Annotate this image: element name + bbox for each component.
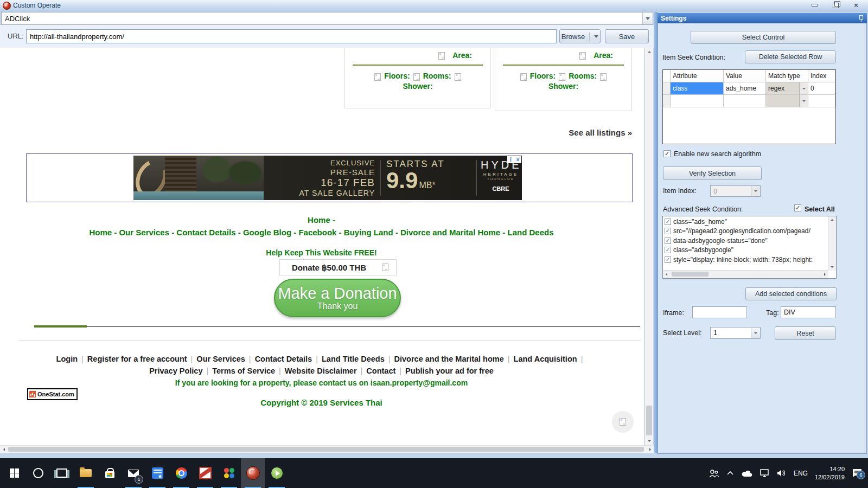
volume-icon[interactable] [777,469,787,477]
see-all-listings-link[interactable]: See all listings » [488,128,632,137]
mail-button[interactable]: 1 [122,458,145,488]
value-cell[interactable]: ads_home [724,82,766,94]
row-selector[interactable] [663,82,671,94]
save-button[interactable]: Save [605,29,649,43]
footer-link[interactable]: Privacy Policy [149,367,202,375]
listbox-hscroll-thumb[interactable] [672,272,709,277]
people-icon[interactable] [709,469,719,478]
scroll-down-icon[interactable] [828,264,836,271]
footer-link[interactable]: Contact [366,367,395,375]
listing-card[interactable]: currencies Area: Floors:Rooms: Shower: [344,48,491,108]
store-button[interactable] [98,458,122,488]
verify-selection-button[interactable]: Verify Selection [663,166,762,180]
chrome-button[interactable] [169,458,193,488]
attribute-cell[interactable]: class [671,82,724,94]
reset-button[interactable]: Reset [775,326,836,340]
add-selected-conditions-button[interactable]: Add selected conditions [745,287,837,300]
scroll-up-icon[interactable] [828,216,836,223]
footer-link[interactable]: Our Services [196,355,245,363]
footer-link[interactable]: Land Title Deeds [322,355,385,363]
scroll-down-icon[interactable] [645,437,653,445]
footer-link[interactable]: Contact Details [255,355,312,363]
cortana-button[interactable] [26,458,50,488]
minimize-button[interactable] [808,1,821,9]
footer-link[interactable]: Terms of Service [212,367,275,375]
scroll-left-icon[interactable] [0,446,8,453]
nav-link[interactable]: Contact Details [176,228,235,237]
select-all-checkbox[interactable]: ✓ [794,204,801,211]
condition-item[interactable]: ✓class="ads_home" [663,217,828,227]
chevron-down-icon[interactable] [799,95,808,107]
delete-selected-row-button[interactable]: Delete Selected Row [745,50,836,63]
footer-link[interactable]: Login [56,355,78,363]
footer-link[interactable]: Divorce and the Marital home [394,355,504,363]
horizontal-scrollbar[interactable] [0,445,654,453]
media-player-button[interactable] [265,458,289,488]
chevron-down-icon[interactable] [799,82,808,94]
start-button[interactable] [2,458,26,488]
footer-link[interactable]: Publish your ad for free [405,367,494,375]
onedrive-cloud-icon[interactable] [741,470,753,477]
adchoices-close-icon[interactable]: × [514,156,521,163]
task-view-button[interactable] [50,458,74,488]
tag-input[interactable]: DIV [781,306,836,318]
game-center-button[interactable] [217,458,241,488]
language-indicator[interactable]: ENG [794,470,808,477]
restore-button[interactable] [829,1,842,9]
panel-splitter[interactable] [654,12,658,453]
checkbox-checked-icon[interactable]: ✓ [665,256,671,263]
select-control-button[interactable]: Select Control [691,31,836,44]
footer-link[interactable]: Land Acquisition [514,355,577,363]
nav-link[interactable]: Buying Land [344,228,393,237]
action-dropdown[interactable]: ADClick [1,12,653,25]
pinned-app-button[interactable]: ★ [145,458,169,488]
floating-widget-button[interactable] [612,411,634,433]
nav-link[interactable]: Google Blog [243,228,291,237]
viewer-app-button[interactable] [193,458,217,488]
nav-link[interactable]: Home [89,228,112,237]
nav-link[interactable]: Our Services [119,228,169,237]
chevron-down-icon[interactable] [642,12,653,24]
nav-home-link[interactable]: Home - [0,215,643,224]
scroll-up-icon[interactable] [645,48,653,56]
enable-algorithm-checkbox[interactable]: ✓ [663,150,671,157]
listbox-horizontal-scrollbar[interactable] [663,270,828,278]
listing-card[interactable]: currencies Area: Floors:Rooms: Shower: [495,48,632,111]
checkbox-checked-icon[interactable]: ✓ [665,237,671,244]
scroll-right-icon[interactable] [821,271,828,278]
scroll-left-icon[interactable] [663,271,670,278]
make-donation-button[interactable]: Make a Donation Thank you [274,279,401,317]
vertical-scrollbar[interactable] [644,48,653,445]
nav-link[interactable]: Facebook [298,228,336,237]
adchoices-info-icon[interactable]: i [507,156,514,163]
scroll-right-icon[interactable] [646,446,654,453]
checkbox-checked-icon[interactable]: ✓ [665,228,671,234]
taskbar-clock[interactable]: 14:20 12/02/2019 [815,465,845,481]
conditions-listbox[interactable]: ✓class="ads_home"✓src="//pagead2.googles… [662,216,837,279]
donate-amount-select[interactable]: Donate ฿50.00 THB [279,259,397,275]
match-type-cell[interactable]: regex [766,82,808,94]
row-selector[interactable] [663,95,671,107]
custom-operate-taskbar-button[interactable] [241,458,265,488]
checkbox-checked-icon[interactable]: ✓ [665,219,671,225]
nav-link[interactable]: Land Deeds [508,228,554,237]
listbox-vertical-scrollbar[interactable] [828,216,836,271]
horizontal-scrollbar-thumb[interactable] [8,447,644,452]
chevron-up-icon[interactable] [726,471,734,476]
iframe-input[interactable] [692,306,747,318]
condition-item[interactable]: ✓class="adsbygoogle" [663,246,828,255]
nav-link[interactable]: Divorce and Marital Home [400,228,500,237]
select-level-combobox[interactable]: 1 [710,327,761,339]
footer-link[interactable]: Website Disclaimer [285,367,357,375]
browse-dropdown-icon[interactable] [594,35,598,38]
condition-item[interactable]: ✓style="display: inline-block; width: 73… [663,255,828,265]
close-button[interactable]: × [850,1,863,9]
file-explorer-button[interactable] [74,458,98,488]
ad-banner[interactable]: EXCLUSIVE PRE-SALE 16-17 FEB AT SALE GAL… [133,156,522,200]
url-input[interactable] [26,29,557,43]
action-center-button[interactable]: 6 [852,468,863,478]
checkbox-checked-icon[interactable]: ✓ [665,247,671,253]
browse-button[interactable]: Browse [559,29,601,43]
chevron-down-icon[interactable] [751,328,760,338]
footer-link[interactable]: Register for a free account [87,355,187,363]
